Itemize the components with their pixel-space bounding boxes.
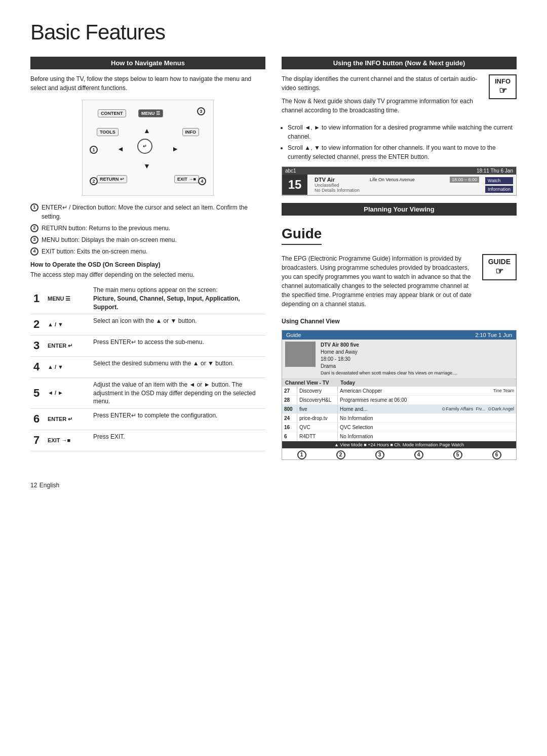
channel-row-800: 800 five Home and... ⊙Family Affairs Fiv… xyxy=(282,405,516,414)
nav-instructions: 1 ENTER↵ / Direction button: Move the cu… xyxy=(30,203,265,256)
program-time: 18:00 - 18:30 xyxy=(321,356,457,363)
dtv-label: DTV Air xyxy=(315,177,335,183)
num-label-4: 4 xyxy=(198,177,206,185)
instruction-4-text: EXIT button: Exits the on-screen menu. xyxy=(42,247,147,256)
program-desc: Dani is devastated when scott makes clea… xyxy=(321,370,457,376)
ch-prog-24: No Information xyxy=(338,414,512,423)
step-num: 3 xyxy=(30,335,45,357)
program-title: DTV Air 800 five xyxy=(321,342,457,349)
step-desc: The main menu options appear on the scre… xyxy=(90,283,265,314)
info-intro-2: The Now & Next guide shows daily TV prog… xyxy=(282,97,483,115)
ch-prog-extra-24 xyxy=(512,416,516,419)
ch-id-800: 800 xyxy=(282,405,297,413)
step-desc: Press ENTER↵ to complete the configurati… xyxy=(90,409,265,430)
guide-header-right: 2:10 Tue 1 Jun xyxy=(475,332,512,338)
channel-row-27: 27 Discovery American Chopper Tine Team xyxy=(282,387,516,396)
tools-btn: TOOLS xyxy=(97,128,119,136)
table-row: 3 ENTER ↵ Press ENTER↵ to access the sub… xyxy=(30,335,265,357)
channel-number: 15 xyxy=(282,175,307,195)
ch-prog-27: American Chopper xyxy=(338,387,491,395)
ch-prog-28: Programmes resume at 06:00 xyxy=(338,396,512,404)
osd-title: How to Operate the OSD (On Screen Displa… xyxy=(30,261,265,268)
ch-id-27: 27 xyxy=(282,387,297,395)
ch-prog-800: Home and... xyxy=(338,405,440,413)
table-row: 7 EXIT →■ Press EXIT. xyxy=(30,430,265,451)
navigate-intro: Before using the TV, follow the steps be… xyxy=(30,74,265,93)
left-column: How to Navigate Menus Before using the T… xyxy=(30,57,265,465)
osd-intro: The access step may differ depending on … xyxy=(30,270,265,279)
page-number: 12 xyxy=(30,482,37,489)
bullet-1: Scroll ◄, ► to view information for a de… xyxy=(288,123,517,141)
guide-title: Guide xyxy=(282,226,322,245)
num-circle-1: 1 xyxy=(30,203,38,212)
program-thumbnail xyxy=(285,342,316,367)
num-label-3: 3 xyxy=(197,107,205,115)
ch-prog-extra-28 xyxy=(512,398,516,401)
table-row: 2 ▲ / ▼ Select an icon with the ▲ or ▼ b… xyxy=(30,314,265,335)
exit-btn: EXIT →■ xyxy=(174,175,199,183)
info-time: 18:11 Thu 6 Jan xyxy=(477,168,513,174)
step-num: 4 xyxy=(30,356,45,377)
guide-header-left: Guide xyxy=(286,332,301,338)
step-num: 5 xyxy=(30,377,45,408)
right-column: Using the INFO button (Now & Next guide)… xyxy=(282,57,517,465)
ch-prog-6: No Information xyxy=(338,432,512,441)
guide-btn-label: GUIDE xyxy=(488,258,511,266)
step-btn: ENTER ↵ xyxy=(45,409,90,430)
channel-row-24: 24 price-drop.tv No Information xyxy=(282,414,516,423)
step-btn: MENU ☰ xyxy=(45,283,90,314)
info-btn: INFO xyxy=(182,128,200,136)
program-details: DTV Air 800 five Home and Away 18:00 - 1… xyxy=(321,342,457,376)
program-name: Home and Away xyxy=(321,349,457,356)
info-screen-header: abc1 18:11 Thu 6 Jan xyxy=(282,167,516,175)
program-genre: Drama xyxy=(321,363,457,370)
right-arrow: ► xyxy=(172,145,179,153)
step-desc: Press EXIT. xyxy=(90,430,265,451)
footer-num-4: 4 xyxy=(414,450,423,459)
step-desc: Adjust the value of an item with the ◄ o… xyxy=(90,377,265,408)
ch-name-800: five xyxy=(297,405,338,413)
guide-screen-header: Guide 2:10 Tue 1 Jun xyxy=(282,330,516,340)
step-num: 2 xyxy=(30,314,45,335)
step-num: 7 xyxy=(30,430,45,451)
ch-id-24: 24 xyxy=(282,414,297,423)
channel-row-28: 28 DiscoveryH&L Programmes resume at 06:… xyxy=(282,396,516,405)
step-num: 6 xyxy=(30,409,45,430)
ch-prog-extra-16 xyxy=(512,426,516,429)
up-arrow: ▲ xyxy=(143,127,150,135)
info-section-header: Using the INFO button (Now & Next guide) xyxy=(282,57,517,69)
bullet-2: Scroll ▲, ▼ to view information for othe… xyxy=(288,143,517,161)
info-screen: abc1 18:11 Thu 6 Jan 15 DTV Air Life On … xyxy=(282,166,517,196)
step-btn: ◄ / ► xyxy=(45,377,90,408)
instruction-3: 3 MENU button: Displays the main on-scre… xyxy=(30,235,265,244)
ch-prog-16: QVC Selection xyxy=(338,423,512,432)
instruction-4: 4 EXIT button: Exits the on-screen menu. xyxy=(30,247,265,256)
instruction-2: 2 RETURN button: Returns to the previous… xyxy=(30,224,265,233)
channel-view-label: Channel View - TV xyxy=(285,380,329,386)
using-channel-view-title: Using Channel View xyxy=(282,318,517,325)
ch-name-6: R4DTT xyxy=(297,432,338,441)
planning-header: Planning Your Viewing xyxy=(282,203,517,216)
remote-diagram: CONTENT MENU ☰ 3 TOOLS INFO ▲ ◄ ↵ ► ▼ 1 … xyxy=(82,100,214,196)
num-circle-2: 2 xyxy=(30,224,38,232)
guide-section: Guide The EPG (Electronic Programme Guid… xyxy=(282,226,517,460)
table-row: 6 ENTER ↵ Press ENTER↵ to complete the c… xyxy=(30,409,265,430)
guide-intro: The EPG (Electronic Programme Guide) inf… xyxy=(282,254,476,309)
channel-row-16: 16 QVC QVC Selection xyxy=(282,423,516,432)
guide-screen: Guide 2:10 Tue 1 Jun DTV Air 800 five Ho… xyxy=(282,330,517,460)
enter-btn: ↵ xyxy=(137,139,152,154)
subtext1: Unclassified xyxy=(315,183,479,188)
ch-prog-extra-27: Tine Team xyxy=(491,387,516,395)
footer-text: ▲ View Mode ■ +24 Hours ■ Ch. Mode Infor… xyxy=(334,442,464,447)
table-row: 1 MENU ☰ The main menu options appear on… xyxy=(30,283,265,314)
footer-num-3: 3 xyxy=(375,450,384,459)
instruction-3-text: MENU button: Displays the main on-screen… xyxy=(42,235,177,244)
channel-list-header: Channel View - TV Today xyxy=(282,379,516,387)
watch-btn: Watch xyxy=(485,177,513,184)
ch-id-16: 16 xyxy=(282,423,297,432)
program-label: Life On Venus Avenue xyxy=(370,177,415,182)
hand-icon: ☞ xyxy=(494,85,512,96)
osd-table: 1 MENU ☰ The main menu options appear on… xyxy=(30,283,265,451)
guide-title-block: Guide xyxy=(282,226,322,250)
info-bullets: Scroll ◄, ► to view information for a de… xyxy=(288,123,517,161)
